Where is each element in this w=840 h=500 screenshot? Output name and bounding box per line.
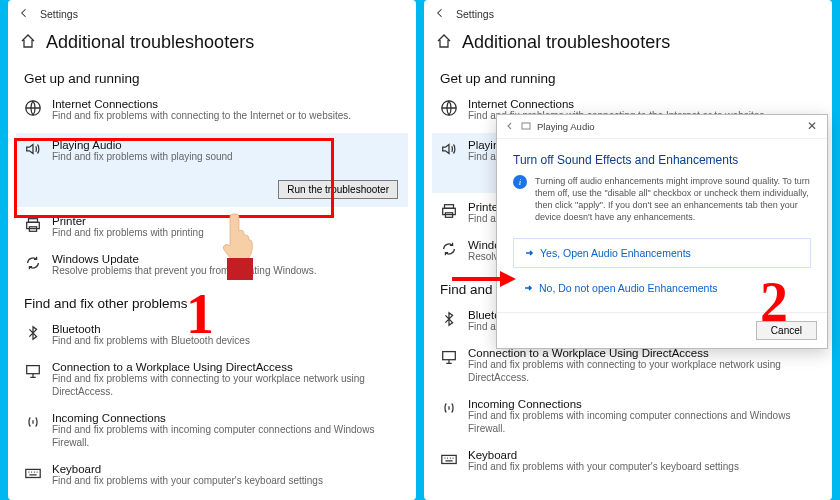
annotation-step-1: 1 [186,282,214,346]
globe-icon [440,99,458,121]
item-desc: Find and fix problems with connecting to… [52,110,351,123]
annotation-red-arrow [450,269,518,293]
refresh-icon [440,240,458,262]
item-title: Incoming Connections [52,412,400,424]
item-title: Keyboard [52,463,323,475]
item-desc: Find and fix problems with connecting to… [468,359,816,384]
option-label: Yes, Open Audio Enhancements [540,247,691,259]
item-title: Playing Audio [52,139,233,151]
dialog-back-icon[interactable] [505,121,515,133]
page-title: Additional troubleshooters [462,32,670,53]
svg-rect-6 [227,258,253,280]
dialog-app-icon [521,121,531,133]
item-title: Printer [52,215,204,227]
troubleshooter-keyboard[interactable]: Keyboard Find and fix problems with your… [424,443,832,482]
item-desc: Find and fix problems with connecting to… [52,373,400,398]
troubleshooter-keyboard[interactable]: Keyboard Find and fix problems with your… [8,457,416,496]
troubleshooter-incoming[interactable]: Incoming Connections Find and fix proble… [8,406,416,457]
option-yes-open-enhancements[interactable]: Yes, Open Audio Enhancements [513,238,811,268]
item-desc: Find and fix problems with incoming comp… [52,424,400,449]
window-topbar: Settings [8,0,416,28]
item-desc: Resolve problems that prevent you from u… [52,265,317,278]
bluetooth-icon [440,310,458,332]
speaker-icon [24,140,42,162]
annotation-hand-pointer [212,210,262,280]
info-icon: i [513,175,527,189]
item-desc: Find and fix problems with your computer… [52,475,323,488]
printer-icon [440,202,458,224]
item-desc: Find and fix problems with Bluetooth dev… [52,335,250,348]
topbar-title: Settings [456,8,494,20]
item-desc: Find and fix problems with incoming comp… [468,410,816,435]
printer-icon [24,216,42,238]
page-title: Additional troubleshooters [46,32,254,53]
bluetooth-icon [24,324,42,346]
item-desc: Find and fix problems with printing [52,227,204,240]
item-desc: Find and fix problems with playing sound [52,151,233,164]
svg-rect-13 [522,123,530,129]
annotation-step-2: 2 [760,270,788,334]
item-title: Keyboard [468,449,739,461]
item-title: Bluetooth [52,323,250,335]
troubleshooter-internet[interactable]: Internet Connections Find and fix proble… [8,92,416,131]
svg-rect-9 [443,208,456,214]
item-title: Windows Update [52,253,317,265]
incoming-icon [440,399,458,421]
option-label: No, Do not open Audio Enhancements [539,282,718,294]
home-icon[interactable] [20,33,36,53]
svg-rect-12 [442,455,456,463]
troubleshooter-directaccess[interactable]: Connection to a Workplace Using DirectAc… [424,341,832,392]
troubleshooter-audio-selected[interactable]: Playing Audio Find and fix problems with… [16,133,408,207]
close-icon[interactable]: ✕ [803,117,821,135]
speaker-icon [440,140,458,162]
troubleshooter-directaccess[interactable]: Connection to a Workplace Using DirectAc… [8,355,416,406]
item-title: Internet Connections [52,98,351,110]
dialog-heading: Turn off Sound Effects and Enhancements [513,153,811,167]
dialog-info-text: Turning off audio enhancements might imp… [535,175,811,224]
back-icon[interactable] [434,7,446,21]
section-get-up: Get up and running [424,61,832,92]
globe-icon [24,99,42,121]
item-title: Internet Connections [468,98,767,110]
svg-rect-2 [27,222,40,228]
item-title: Incoming Connections [468,398,816,410]
item-desc: Find and fix problems with your computer… [468,461,739,474]
network-icon [440,348,458,370]
troubleshooter-incoming[interactable]: Incoming Connections Find and fix proble… [424,392,832,443]
svg-rect-4 [27,366,40,374]
item-title: Connection to a Workplace Using DirectAc… [468,347,816,359]
back-icon[interactable] [18,7,30,21]
keyboard-icon [24,464,42,486]
topbar-title: Settings [40,8,78,20]
run-troubleshooter-button[interactable]: Run the troubleshooter [278,180,398,199]
incoming-icon [24,413,42,435]
svg-rect-5 [26,469,40,477]
refresh-icon [24,254,42,276]
window-topbar: Settings [424,0,832,28]
network-icon [24,362,42,384]
page-header: Additional troubleshooters [424,28,832,61]
keyboard-icon [440,450,458,472]
svg-rect-11 [443,352,456,360]
dialog-breadcrumb: Playing Audio [537,121,595,132]
home-icon[interactable] [436,33,452,53]
settings-window-left: Settings Additional troubleshooters Get … [8,0,416,500]
item-title: Connection to a Workplace Using DirectAc… [52,361,400,373]
page-header: Additional troubleshooters [8,28,416,61]
section-get-up: Get up and running [8,61,416,92]
